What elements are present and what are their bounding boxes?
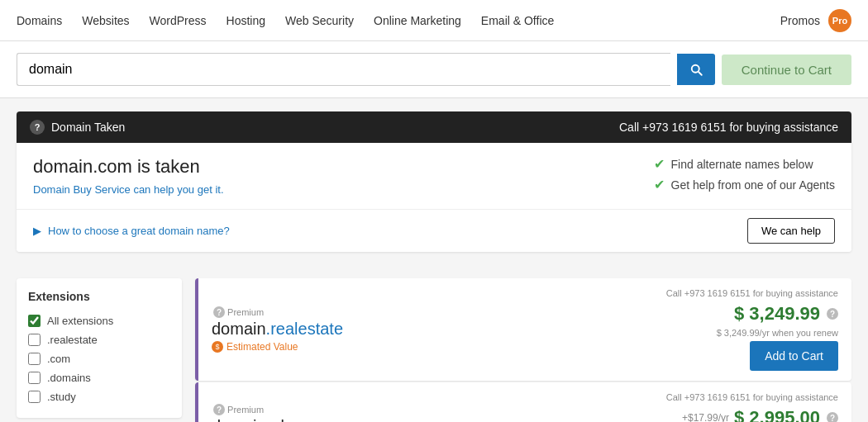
price-big-1: $ 3,249.99	[734, 303, 820, 325]
nav-domains[interactable]: Domains	[17, 14, 62, 27]
add-to-cart-button-1[interactable]: Add to Cart	[750, 341, 838, 371]
result-left-1: ? Premium domain.realestate $ Estimated …	[212, 306, 666, 353]
search-input[interactable]	[17, 53, 670, 86]
domain-taken-header: ? Domain Taken Call +973 1619 6151 for b…	[17, 111, 851, 143]
result-item-1: ? Premium domain.realestate $ Estimated …	[195, 278, 851, 381]
result-item-2-inner: ? Premium domainrule.com $ Estimated Val…	[198, 382, 851, 422]
continue-to-cart-button[interactable]: Continue to Cart	[722, 55, 851, 85]
estimated-value-1: $ Estimated Value	[212, 341, 666, 353]
domain-prefix-2: domainrule	[212, 417, 293, 422]
checkmark-icon-1: ✔	[654, 156, 665, 172]
premium-call-1: Call +973 1619 6151 for buying assistanc…	[666, 288, 838, 298]
check-item-2: ✔ Get help from one of our Agents	[654, 177, 835, 192]
price-addon-2: +$17.99/yr	[682, 412, 729, 422]
premium-label-1: ? Premium	[212, 306, 666, 318]
premium-label-2: ? Premium	[212, 404, 666, 415]
help-bar: ▶ How to choose a great domain name? We …	[17, 209, 851, 252]
ext-domains[interactable]: .domains	[28, 368, 170, 387]
nav-email-office[interactable]: Email & Office	[481, 14, 554, 27]
price-renew-1: $ 3,249.99/yr when you renew	[717, 328, 838, 338]
domain-name-1: domain.realestate	[212, 320, 666, 339]
ext-all-checkbox[interactable]	[28, 315, 41, 327]
ext-realestate-checkbox[interactable]	[28, 334, 41, 346]
result-right-2: Call +973 1619 6151 for buying assistanc…	[666, 392, 838, 422]
ext-all-label: All extensions	[47, 315, 113, 327]
price-row-1: $ 3,249.99 ?	[734, 303, 838, 325]
promos-label[interactable]: Promos	[780, 14, 820, 27]
domain-taken-right: ✔ Find alternate names below ✔ Get help …	[654, 156, 835, 192]
price-row-2: +$17.99/yr $ 2,995.00 ?	[682, 407, 838, 422]
ext-all[interactable]: All extensions	[28, 311, 170, 330]
checkmark-icon-2: ✔	[654, 177, 665, 192]
domain-taken-section: ? Domain Taken Call +973 1619 6151 for b…	[17, 111, 851, 252]
price-question-2[interactable]: ?	[827, 412, 838, 422]
ext-domains-label: .domains	[47, 372, 91, 384]
ext-study-label: .study	[47, 391, 76, 403]
ext-com-checkbox[interactable]	[28, 353, 41, 365]
nav-web-security[interactable]: Web Security	[285, 14, 354, 27]
ext-study[interactable]: .study	[28, 387, 170, 406]
search-icon	[689, 62, 703, 77]
result-left-2: ? Premium domainrule.com $ Estimated Val…	[212, 404, 666, 422]
premium-question-icon-2[interactable]: ?	[213, 404, 225, 415]
domain-taken-call: Call +973 1619 6151 for buying assistanc…	[619, 121, 838, 134]
help-link[interactable]: How to choose a great domain name?	[48, 225, 230, 237]
extensions-panel: Extensions All extensions .realestate .c…	[17, 278, 182, 418]
question-icon: ?	[30, 120, 45, 135]
ext-realestate-label: .realestate	[47, 334, 98, 346]
nav-links: Domains Websites WordPress Hosting Web S…	[17, 14, 780, 27]
search-button[interactable]	[677, 54, 715, 85]
domain-taken-header-left: ? Domain Taken	[30, 120, 125, 135]
domain-taken-body: domain.com is taken Domain Buy Service c…	[17, 143, 851, 209]
nav-right: Promos Pro	[780, 9, 851, 32]
play-icon: ▶	[33, 225, 41, 237]
nav-hosting[interactable]: Hosting	[227, 14, 265, 27]
domain-name-2: domainrule.com	[212, 417, 666, 422]
nav-online-marketing[interactable]: Online Marketing	[374, 14, 461, 27]
check-item-1: ✔ Find alternate names below	[654, 156, 835, 172]
premium-question-icon-1[interactable]: ?	[213, 306, 225, 318]
ext-study-checkbox[interactable]	[28, 391, 41, 403]
results-panel: ? Premium domain.realestate $ Estimated …	[195, 278, 851, 422]
nav-websites[interactable]: Websites	[82, 14, 129, 27]
ext-com[interactable]: .com	[28, 349, 170, 368]
main-nav: Domains Websites WordPress Hosting Web S…	[0, 0, 868, 41]
search-bar-container: Continue to Cart	[0, 41, 868, 98]
result-right-1: Call +973 1619 6151 for buying assistanc…	[666, 288, 838, 371]
premium-call-2: Call +973 1619 6151 for buying assistanc…	[666, 392, 838, 402]
est-label-1: Estimated Value	[227, 341, 298, 353]
check-label-1: Find alternate names below	[671, 158, 813, 171]
result-item-2: ? Premium domainrule.com $ Estimated Val…	[195, 382, 851, 422]
domain-prefix-1: domain	[212, 320, 266, 338]
check-label-2: Get help from one of our Agents	[671, 178, 835, 192]
domain-ext-2: .com	[293, 417, 329, 422]
domain-taken-title: Domain Taken	[51, 121, 125, 134]
ext-com-label: .com	[47, 353, 70, 365]
est-icon-1: $	[212, 341, 223, 353]
nav-wordpress[interactable]: WordPress	[150, 14, 207, 27]
domain-ext-1: .realestate	[266, 320, 343, 338]
main-content: Extensions All extensions .realestate .c…	[0, 265, 868, 422]
price-question-1[interactable]: ?	[827, 308, 838, 320]
extensions-list: All extensions .realestate .com .domains…	[28, 311, 170, 406]
domain-buy-link[interactable]: Domain Buy Service can help you get it.	[33, 183, 224, 196]
result-item-1-inner: ? Premium domain.realestate $ Estimated …	[198, 278, 851, 381]
ext-domains-checkbox[interactable]	[28, 372, 41, 384]
extensions-scroll-wrap: All extensions .realestate .com .domains…	[28, 311, 170, 406]
domain-taken-name: domain.com is taken	[33, 156, 224, 178]
ext-realestate[interactable]: .realestate	[28, 330, 170, 349]
extensions-title: Extensions	[28, 290, 170, 303]
price-big-2: $ 2,995.00	[734, 407, 820, 422]
help-bar-left[interactable]: ▶ How to choose a great domain name?	[33, 225, 230, 237]
pro-badge[interactable]: Pro	[828, 9, 851, 32]
domain-taken-left: domain.com is taken Domain Buy Service c…	[33, 156, 224, 196]
we-can-help-button[interactable]: We can help	[747, 218, 835, 244]
